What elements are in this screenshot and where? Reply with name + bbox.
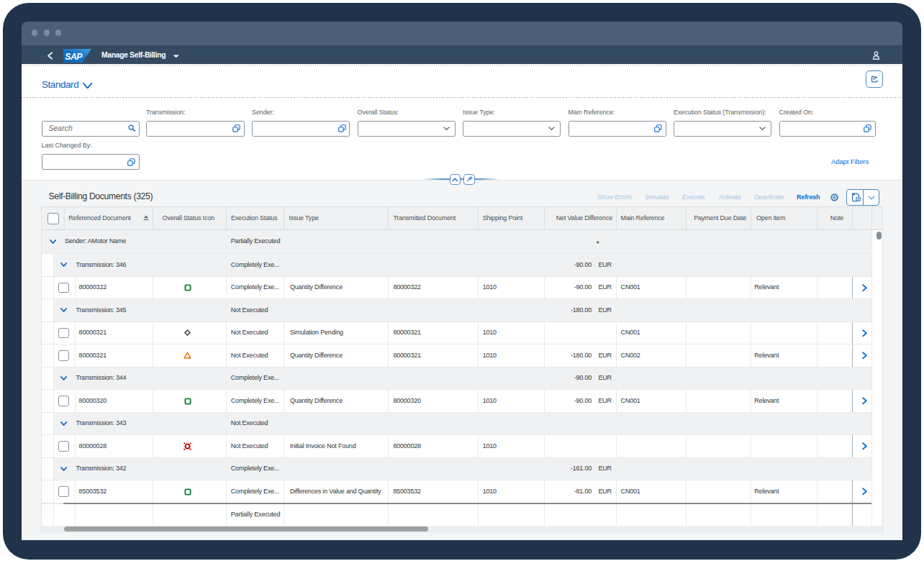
svg-text:SAP: SAP [65, 51, 83, 61]
